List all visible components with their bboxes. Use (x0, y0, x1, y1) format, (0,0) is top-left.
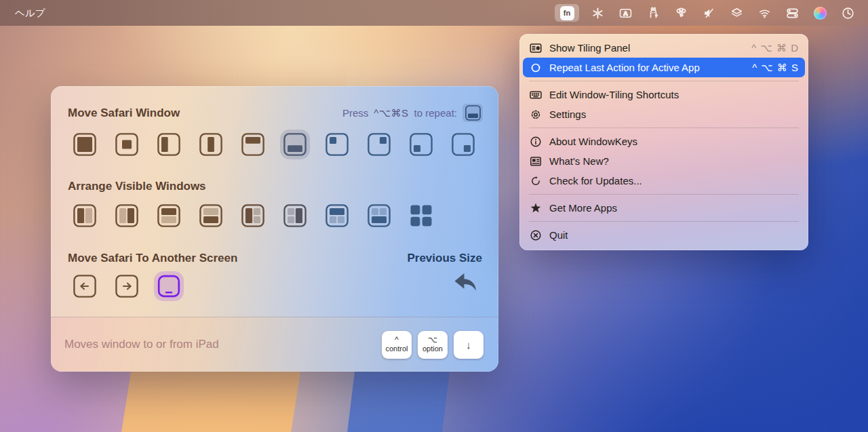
tile-main-left-two-right[interactable] (241, 204, 264, 227)
keycap-symbol: ↓ (466, 340, 471, 349)
stage-manager-icon[interactable] (727, 4, 746, 22)
move-window-tiles (73, 133, 498, 156)
tile-top-half[interactable] (241, 133, 264, 156)
repeat-icon (529, 62, 542, 74)
menu-separator (529, 127, 799, 128)
input-source-icon[interactable]: A (616, 4, 635, 22)
arrange-windows-tiles (73, 204, 498, 227)
move-screen-content (51, 265, 498, 298)
menu-item-label: Repeat Last Action for Active App (549, 62, 745, 73)
help-menu[interactable]: ヘルプ (0, 7, 45, 20)
menu-item-check-for-updates[interactable]: Check for Updates... (519, 171, 808, 191)
tile-split-bottom-top[interactable] (199, 204, 222, 227)
fn-badge: fn (560, 6, 574, 20)
repeat-hint: Press ^⌥⌘S to repeat: (342, 104, 483, 122)
keycap-arrow-down: ↓ (454, 331, 484, 359)
move-window-title: Move Safari Window (68, 106, 180, 120)
hint-suffix: to repeat: (414, 107, 457, 119)
menu-item-what-s-new[interactable]: What's New? (519, 151, 808, 171)
tiling-panel-icon (529, 42, 542, 54)
tile-split-right-left[interactable] (115, 204, 138, 227)
tile-next-screen[interactable] (115, 275, 138, 298)
tile-main-right-two-left[interactable] (283, 204, 307, 227)
footer-status-text: Moves window to or from iPad (64, 338, 219, 351)
footer-key-hints: ^control⌥option↓ (382, 331, 484, 359)
siri-icon[interactable] (810, 4, 829, 22)
repeat-indicator (462, 104, 483, 122)
gear-icon (529, 109, 542, 121)
arrange-windows-title: Arrange Visible Windows (68, 180, 498, 193)
menu-item-label: Get More Apps (549, 202, 799, 214)
passwords-icon[interactable] (671, 4, 690, 22)
svg-text:A: A (623, 9, 628, 16)
move-screen-tiles (73, 275, 180, 298)
tile-top-right-quarter[interactable] (368, 133, 391, 156)
menu-item-label: What's New? (549, 155, 799, 167)
menu-item-label: Show Tiling Panel (549, 42, 745, 54)
menu-item-get-more-apps[interactable]: Get More Apps (519, 198, 808, 218)
tile-bottom-half[interactable] (283, 133, 307, 156)
menu-item-label: Settings (549, 109, 799, 120)
volume-muted-icon[interactable] (699, 4, 718, 22)
tile-maximize[interactable] (73, 133, 96, 156)
menu-bar-status-icons: fnA (555, 4, 868, 22)
windowkeys-menu: Show Tiling Panel^ ⌥ ⌘ DRepeat Last Acti… (519, 34, 808, 250)
star-icon (529, 202, 542, 214)
keyboard-icon (529, 89, 542, 101)
tile-main-top-two-bottom[interactable] (326, 204, 349, 227)
news-icon (529, 155, 542, 168)
menu-item-settings[interactable]: Settings (519, 104, 808, 124)
menu-item-shortcut: ^ ⌥ ⌘ D (751, 42, 799, 54)
menu-item-about-windowkeys[interactable]: About WindowKeys (519, 132, 808, 151)
wifi-icon[interactable] (755, 4, 774, 22)
tile-split-top-bottom[interactable] (157, 204, 180, 227)
menu-separator (529, 81, 799, 81)
windowkeys-fn-icon[interactable]: fn (555, 4, 579, 22)
menu-item-edit-window-tiling-shortcuts[interactable]: Edit Window-Tiling Shortcuts (519, 85, 808, 104)
previous-size-button[interactable] (452, 272, 478, 297)
keycap-symbol: ⌥ (428, 336, 437, 345)
menu-item-label: About WindowKeys (549, 136, 799, 147)
tiling-panel: Move Safari Window Press ^⌥⌘S to repeat:… (51, 86, 498, 372)
hint-press: Press (342, 107, 368, 119)
ollama-icon[interactable] (644, 4, 663, 22)
info-icon (529, 136, 542, 148)
keycap-control: ^control (382, 331, 412, 359)
tile-grid-2x2[interactable] (410, 204, 433, 227)
menu-item-label: Edit Window-Tiling Shortcuts (549, 89, 799, 100)
move-screen-section-header: Move Safari To Another Screen Previous S… (51, 227, 498, 265)
menu-item-label: Check for Updates... (549, 175, 799, 186)
menu-item-shortcut: ^ ⌥ ⌘ S (752, 62, 799, 74)
clock-icon[interactable] (838, 4, 857, 22)
tile-ipad[interactable] (157, 275, 180, 298)
previous-size-title: Previous Size (407, 252, 482, 265)
move-window-section-header: Move Safari Window Press ^⌥⌘S to repeat: (51, 86, 498, 122)
tile-left-half[interactable] (157, 133, 180, 156)
menu-item-show-tiling-panel[interactable]: Show Tiling Panel^ ⌥ ⌘ D (519, 38, 808, 58)
keycap-label: option (422, 345, 443, 353)
tile-center[interactable] (115, 133, 138, 156)
menu-item-label: Quit (549, 229, 799, 241)
menu-item-repeat-last-action-for-active-app[interactable]: Repeat Last Action for Active App^ ⌥ ⌘ S (523, 58, 805, 77)
undo-arrow-icon (452, 272, 478, 294)
desktop: ヘルプ fnA Move Safari Window Press ^⌥⌘S to… (0, 0, 868, 432)
tile-bottom-right-quarter[interactable] (452, 133, 475, 156)
menu-separator (529, 221, 799, 222)
menu-separator (529, 194, 799, 195)
move-screen-title: Move Safari To Another Screen (68, 252, 237, 265)
hint-shortcut: ^⌥⌘S (374, 107, 408, 119)
keycap-label: control (385, 345, 408, 353)
tile-main-bottom-two-top[interactable] (368, 204, 391, 227)
quit-icon (529, 229, 542, 241)
tile-split-left-right[interactable] (73, 204, 96, 227)
panel-footer: Moves window to or from iPad ^control⌥op… (51, 317, 498, 372)
keycap-symbol: ^ (395, 336, 399, 345)
menu-bar: ヘルプ fnA (0, 0, 868, 26)
control-center-icon[interactable] (783, 4, 802, 22)
chatgpt-icon[interactable] (588, 4, 607, 22)
tile-bottom-left-quarter[interactable] (410, 133, 433, 156)
tile-previous-screen[interactable] (73, 275, 96, 298)
tile-center-half[interactable] (199, 133, 222, 156)
menu-item-quit[interactable]: Quit (519, 225, 808, 245)
tile-top-left-quarter[interactable] (326, 133, 349, 156)
